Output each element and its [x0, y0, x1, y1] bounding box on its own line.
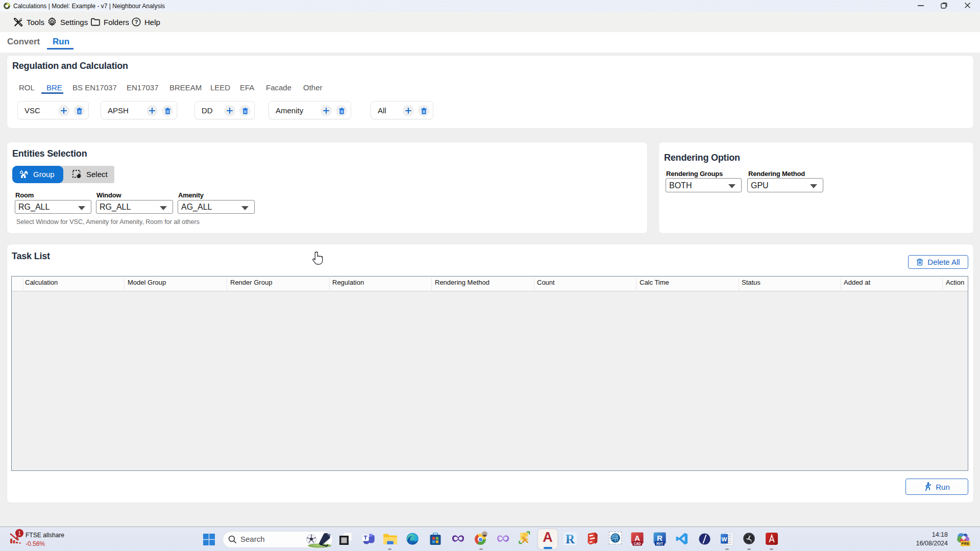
svg-text:W: W	[722, 536, 727, 542]
svg-text:CAD: CAD	[633, 542, 641, 545]
svg-text:?: ?	[135, 19, 138, 25]
svg-text:RVT: RVT	[656, 542, 663, 545]
svg-text:A: A	[634, 534, 640, 542]
svg-text:PRE: PRE	[962, 542, 970, 545]
svg-text:R: R	[657, 534, 663, 542]
svg-text:R: R	[566, 532, 575, 545]
